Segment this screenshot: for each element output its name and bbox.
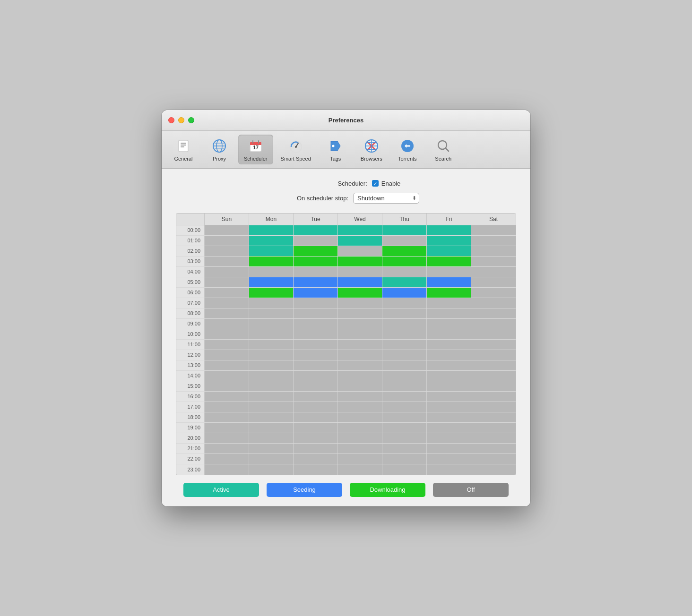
grid-cell[interactable] [471,340,516,350]
grid-cell[interactable] [294,402,338,412]
grid-cell[interactable] [382,236,427,246]
grid-cell[interactable] [382,267,427,277]
grid-cell[interactable] [471,329,516,339]
grid-cell[interactable] [249,340,294,350]
grid-cell[interactable] [471,288,516,298]
grid-cell[interactable] [249,308,294,318]
grid-cell[interactable] [205,464,249,475]
grid-cell[interactable] [471,412,516,422]
grid-cell[interactable] [205,433,249,443]
grid-cell[interactable] [471,454,516,464]
grid-cell[interactable] [294,288,338,298]
grid-cell[interactable] [471,298,516,308]
grid-cell[interactable] [471,246,516,256]
grid-cell[interactable] [427,257,471,266]
grid-cell[interactable] [338,444,382,453]
grid-cell[interactable] [382,277,427,287]
grid-cell[interactable] [205,257,249,266]
grid-cell[interactable] [294,340,338,350]
grid-cell[interactable] [382,381,427,391]
grid-cell[interactable] [294,225,338,235]
grid-cell[interactable] [471,257,516,266]
grid-cell[interactable] [382,308,427,318]
grid-cell[interactable] [382,340,427,350]
grid-cell[interactable] [427,350,471,360]
grid-cell[interactable] [294,423,338,433]
grid-cell[interactable] [338,267,382,277]
grid-cell[interactable] [294,308,338,318]
grid-cell[interactable] [294,236,338,246]
grid-cell[interactable] [249,423,294,433]
grid-cell[interactable] [205,329,249,339]
grid-cell[interactable] [427,277,471,287]
legend-downloading-button[interactable]: Downloading [350,483,425,497]
grid-cell[interactable] [205,402,249,412]
grid-cell[interactable] [427,402,471,412]
grid-cell[interactable] [249,288,294,298]
grid-cell[interactable] [471,381,516,391]
grid-cell[interactable] [471,371,516,381]
grid-cell[interactable] [338,433,382,443]
grid-cell[interactable] [427,308,471,318]
grid-cell[interactable] [338,319,382,329]
grid-cell[interactable] [249,236,294,246]
grid-cell[interactable] [294,360,338,370]
grid-cell[interactable] [382,402,427,412]
grid-cell[interactable] [338,423,382,433]
grid-cell[interactable] [427,381,471,391]
grid-cell[interactable] [338,464,382,475]
grid-cell[interactable] [205,412,249,422]
grid-cell[interactable] [382,360,427,370]
grid-cell[interactable] [427,267,471,277]
minimize-button[interactable] [178,117,184,123]
grid-cell[interactable] [382,444,427,453]
grid-cell[interactable] [294,267,338,277]
grid-cell[interactable] [427,423,471,433]
legend-active-button[interactable]: Active [183,483,259,497]
grid-cell[interactable] [471,308,516,318]
grid-cell[interactable] [427,319,471,329]
grid-cell[interactable] [249,257,294,266]
grid-cell[interactable] [249,267,294,277]
maximize-button[interactable] [188,117,194,123]
grid-cell[interactable] [294,444,338,453]
grid-cell[interactable] [427,329,471,339]
grid-cell[interactable] [338,402,382,412]
grid-cell[interactable] [205,298,249,308]
grid-cell[interactable] [427,412,471,422]
grid-cell[interactable] [249,350,294,360]
grid-cell[interactable] [338,412,382,422]
grid-cell[interactable] [294,329,338,339]
grid-cell[interactable] [338,392,382,402]
grid-cell[interactable] [338,298,382,308]
grid-cell[interactable] [427,392,471,402]
grid-cell[interactable] [382,433,427,443]
grid-cell[interactable] [471,402,516,412]
grid-cell[interactable] [294,319,338,329]
grid-cell[interactable] [205,340,249,350]
grid-cell[interactable] [205,360,249,370]
grid-cell[interactable] [294,464,338,475]
grid-cell[interactable] [205,236,249,246]
grid-cell[interactable] [338,277,382,287]
grid-cell[interactable] [294,246,338,256]
grid-cell[interactable] [249,433,294,443]
grid-cell[interactable] [249,319,294,329]
grid-cell[interactable] [294,433,338,443]
close-button[interactable] [168,117,174,123]
grid-cell[interactable] [427,371,471,381]
grid-cell[interactable] [249,225,294,235]
grid-cell[interactable] [471,277,516,287]
grid-cell[interactable] [382,371,427,381]
grid-cell[interactable] [205,246,249,256]
grid-cell[interactable] [427,464,471,475]
grid-cell[interactable] [471,236,516,246]
grid-cell[interactable] [382,392,427,402]
grid-cell[interactable] [382,423,427,433]
grid-cell[interactable] [338,371,382,381]
grid-cell[interactable] [471,423,516,433]
grid-cell[interactable] [427,236,471,246]
grid-cell[interactable] [205,350,249,360]
grid-cell[interactable] [294,371,338,381]
grid-cell[interactable] [249,246,294,256]
